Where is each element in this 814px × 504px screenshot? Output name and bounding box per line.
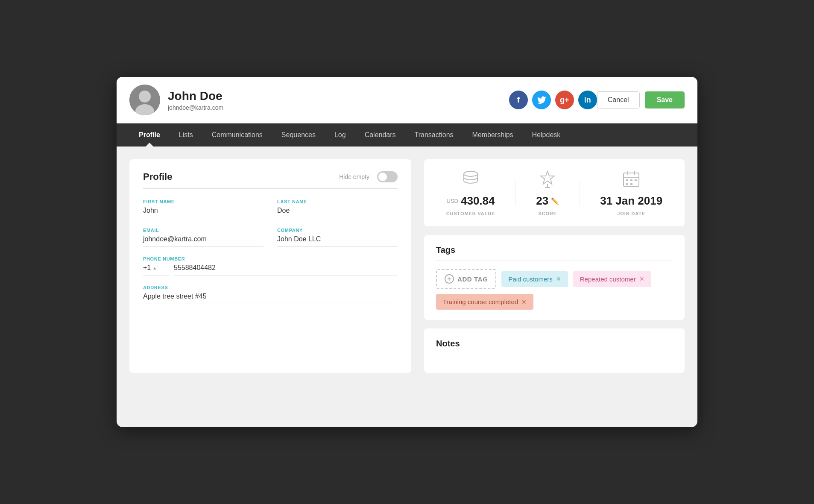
score-icon — [539, 170, 556, 191]
profile-title: Profile — [143, 171, 172, 182]
email-value[interactable]: johndoe@kartra.com — [143, 235, 264, 247]
svg-rect-12 — [630, 179, 632, 181]
hide-empty-switch[interactable] — [377, 171, 398, 182]
nav-item-sequences[interactable]: Sequences — [272, 123, 325, 147]
nav-item-profile[interactable]: Profile — [129, 123, 170, 147]
customer-value-row: USD 430.84 — [447, 194, 495, 208]
twitter-button[interactable] — [532, 91, 551, 109]
svg-rect-11 — [626, 179, 628, 181]
header-info: John Doe johndoe@kartra.com — [168, 89, 497, 111]
join-date-label: JOIN DATE — [617, 211, 645, 216]
customer-value-stat: USD 430.84 CUSTOMER VALUE — [446, 170, 495, 216]
name-row: FIRST NAME John LAST NAME Doe — [143, 199, 398, 218]
phone-label: PHONE NUMBER — [143, 256, 398, 261]
nav-bar: Profile Lists Communications Sequences L… — [117, 123, 697, 147]
join-date-stat: 31 Jan 2019 JOIN DATE — [600, 170, 662, 216]
nav-item-lists[interactable]: Lists — [170, 123, 202, 147]
avatar — [129, 85, 160, 115]
company-value[interactable]: John Doe LLC — [277, 235, 398, 247]
tag-paid-customers: Paid customers ✕ — [501, 271, 568, 287]
phone-group: PHONE NUMBER +1 ▲ 55588404482 — [143, 256, 398, 275]
last-name-group: LAST NAME Doe — [277, 199, 398, 218]
notes-title: Notes — [436, 339, 673, 354]
tag-paid-customers-label: Paid customers — [508, 275, 552, 283]
address-group: ADDRESS Apple tree street #45 — [143, 285, 398, 304]
header: John Doe johndoe@kartra.com f g+ in Canc… — [117, 77, 697, 123]
score-label: SCORE — [538, 211, 557, 216]
nav-item-transactions[interactable]: Transactions — [405, 123, 463, 147]
tags-title: Tags — [436, 245, 673, 261]
address-row: ADDRESS Apple tree street #45 — [143, 285, 398, 304]
tag-repeated-customer-label: Repeated customer — [580, 275, 636, 283]
right-panel: USD 430.84 CUSTOMER VALUE — [424, 159, 685, 373]
cancel-button[interactable]: Cancel — [597, 91, 640, 108]
svg-point-1 — [139, 91, 151, 103]
phone-prefix-value: +1 — [143, 264, 151, 272]
tag-training-course-label: Training course completed — [443, 298, 518, 305]
phone-row: PHONE NUMBER +1 ▲ 55588404482 — [143, 256, 398, 275]
first-name-group: FIRST NAME John — [143, 199, 264, 218]
email-label: EMAIL — [143, 228, 264, 233]
facebook-button[interactable]: f — [509, 91, 528, 109]
plus-circle-icon: + — [445, 274, 454, 284]
score-edit-icon[interactable]: ✏️ — [551, 197, 559, 205]
add-tag-button[interactable]: + ADD TAG — [436, 269, 496, 289]
last-name-value[interactable]: Doe — [277, 207, 398, 218]
tag-repeated-customer-remove[interactable]: ✕ — [639, 275, 644, 282]
score-stat: 23 ✏️ SCORE — [536, 170, 559, 216]
phone-prefix-arrow: ▲ — [152, 266, 157, 270]
join-date-icon — [622, 170, 641, 191]
phone-prefix[interactable]: +1 ▲ — [143, 264, 169, 275]
profile-panel: Profile Hide empty FIRST NAME John LAST … — [129, 159, 411, 373]
email-company-row: EMAIL johndoe@kartra.com COMPANY John Do… — [143, 228, 398, 247]
tag-training-course: Training course completed ✕ — [436, 294, 533, 310]
tags-container: + ADD TAG Paid customers ✕ Repeated cust… — [436, 269, 673, 310]
phone-input-row: +1 ▲ 55588404482 — [143, 264, 398, 275]
svg-rect-15 — [630, 183, 632, 185]
nav-item-communications[interactable]: Communications — [202, 123, 272, 147]
linkedin-button[interactable]: in — [578, 91, 597, 109]
customer-value: 430.84 — [461, 194, 495, 208]
nav-item-helpdesk[interactable]: Helpdesk — [523, 123, 570, 147]
social-icons: f g+ in — [509, 91, 597, 109]
currency-label: USD — [447, 198, 458, 204]
company-group: COMPANY John Doe LLC — [277, 228, 398, 247]
svg-rect-13 — [635, 179, 637, 181]
contact-name: John Doe — [168, 89, 497, 103]
header-actions: Cancel Save — [597, 91, 685, 108]
score-value: 23 — [536, 194, 548, 208]
stat-divider-2 — [580, 180, 580, 206]
address-value[interactable]: Apple tree street #45 — [143, 293, 398, 304]
hide-empty-label: Hide empty — [339, 173, 369, 180]
hide-empty-toggle: Hide empty — [339, 171, 398, 182]
svg-point-3 — [464, 171, 477, 176]
tag-paid-customers-remove[interactable]: ✕ — [556, 275, 561, 282]
tag-training-course-remove[interactable]: ✕ — [521, 299, 527, 305]
add-tag-label: ADD TAG — [457, 275, 488, 283]
nav-item-memberships[interactable]: Memberships — [463, 123, 523, 147]
stat-divider-1 — [515, 180, 516, 206]
tag-repeated-customer: Repeated customer ✕ — [573, 271, 651, 287]
main-content: Profile Hide empty FIRST NAME John LAST … — [117, 147, 697, 386]
contact-email: johndoe@kartra.com — [168, 104, 497, 111]
join-date-row: 31 Jan 2019 — [600, 194, 662, 208]
tags-panel: Tags + ADD TAG Paid customers ✕ Repeated… — [424, 235, 685, 320]
nav-item-calendars[interactable]: Calendars — [355, 123, 405, 147]
notes-panel: Notes — [424, 328, 685, 373]
google-button[interactable]: g+ — [555, 91, 574, 109]
svg-rect-14 — [626, 183, 628, 185]
first-name-value[interactable]: John — [143, 207, 264, 218]
phone-number-value[interactable]: 55588404482 — [174, 264, 398, 275]
nav-item-log[interactable]: Log — [325, 123, 355, 147]
join-date-value: 31 Jan 2019 — [600, 194, 662, 208]
company-label: COMPANY — [277, 228, 398, 233]
first-name-label: FIRST NAME — [143, 199, 264, 204]
save-button[interactable]: Save — [645, 91, 685, 108]
customer-value-label: CUSTOMER VALUE — [446, 211, 495, 216]
svg-marker-4 — [541, 171, 554, 184]
panel-header: Profile Hide empty — [143, 171, 398, 189]
address-label: ADDRESS — [143, 285, 398, 290]
app-window: John Doe johndoe@kartra.com f g+ in Canc… — [117, 77, 697, 427]
stats-panel: USD 430.84 CUSTOMER VALUE — [424, 159, 685, 226]
email-group: EMAIL johndoe@kartra.com — [143, 228, 264, 247]
